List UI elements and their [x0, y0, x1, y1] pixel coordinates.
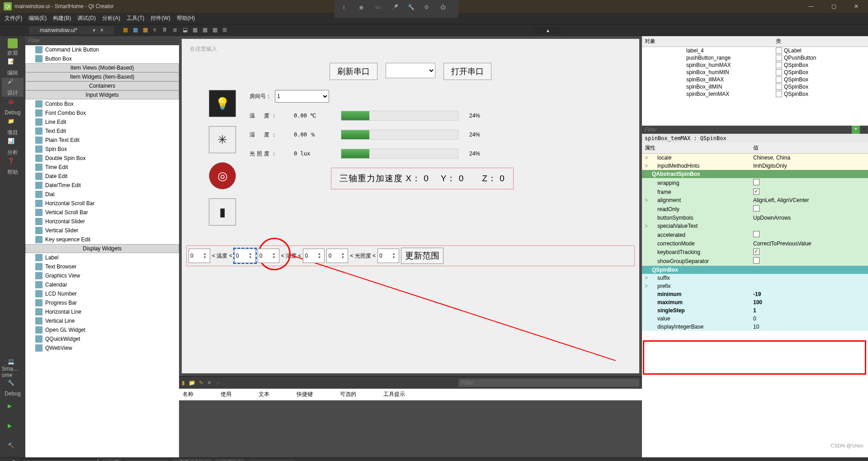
widget-group-header[interactable]: Containers: [25, 81, 179, 90]
widget-group-header[interactable]: Item Widgets (Item-Based): [25, 72, 179, 81]
mode-welcome[interactable]: 欢迎: [2, 38, 24, 57]
spinbox-tem-min[interactable]: 0▲▼: [189, 249, 210, 263]
remove-property-button[interactable]: −: [860, 126, 868, 134]
tool-icon[interactable]: ≣: [173, 27, 180, 34]
object-row[interactable]: label_4QLabel: [642, 47, 868, 54]
widget-item[interactable]: QQuickWidget: [25, 334, 179, 343]
panel-icon[interactable]: ✎: [199, 380, 203, 386]
tool-icon[interactable]: ▦: [133, 27, 140, 34]
widget-item[interactable]: Combo Box: [25, 99, 179, 108]
mode-help[interactable]: ❓帮助: [2, 157, 24, 176]
spinbox-ill-min[interactable]: 0▲▼: [326, 249, 348, 263]
widget-item[interactable]: Time Edit: [25, 163, 179, 172]
run-button[interactable]: ▶: [2, 399, 24, 418]
widget-group-header[interactable]: Input Widgets: [25, 90, 179, 99]
open-serial-button[interactable]: 打开串口: [443, 63, 491, 80]
mode-design[interactable]: 🖌设计: [2, 78, 24, 97]
object-row[interactable]: spinBox_illMINQSpinBox: [642, 83, 868, 90]
property-row[interactable]: displayIntegerBase10: [642, 323, 868, 331]
widget-item[interactable]: LCD Number: [25, 289, 179, 298]
widget-item[interactable]: Horizontal Slider: [25, 217, 179, 226]
kit-selector[interactable]: 💻Sma…ome: [2, 359, 24, 378]
close-button[interactable]: ✕: [848, 0, 864, 13]
panel-icon[interactable]: ▮: [182, 380, 185, 386]
widget-item[interactable]: Command Link Button: [25, 45, 179, 54]
property-row[interactable]: >prefix: [642, 282, 868, 290]
object-row[interactable]: spinBox_illMAXQSpinBox: [642, 76, 868, 83]
panel-icon[interactable]: ⟋: [215, 380, 221, 386]
widget-item[interactable]: Spin Box: [25, 145, 179, 154]
widget-item[interactable]: Date/Time Edit: [25, 181, 179, 190]
widget-item[interactable]: Text Browser: [25, 262, 179, 271]
tool-icon[interactable]: ≡: [153, 27, 160, 34]
build-config[interactable]: 🔧Debug: [2, 379, 24, 398]
status-appoutput[interactable]: 3 应用程序输出: [172, 459, 212, 461]
property-row[interactable]: minimum-19: [642, 290, 868, 298]
menu-debug[interactable]: 调试(D): [75, 13, 99, 24]
widget-item[interactable]: QWebView: [25, 343, 179, 353]
form-preview[interactable]: 在这里输入 刷新串口 打开串口 💡 ✳ ◎ ▮ 房间号： 1: [182, 39, 639, 373]
widget-item[interactable]: Double Spin Box: [25, 154, 179, 163]
power-icon[interactable]: ⏻: [440, 4, 450, 14]
menu-file[interactable]: 文件(F): [2, 13, 25, 24]
property-row[interactable]: QAbstractSpinBox: [642, 170, 868, 178]
status-issues[interactable]: 1 问题: [102, 459, 122, 461]
menu-analyze[interactable]: 分析(A): [99, 13, 123, 24]
widget-item[interactable]: Horizontal Line: [25, 307, 179, 316]
widget-item[interactable]: Label: [25, 253, 179, 262]
widget-item[interactable]: Font Combo Box: [25, 108, 179, 118]
room-select[interactable]: 1: [275, 90, 329, 103]
menu-widgets[interactable]: 控件(W): [148, 13, 173, 24]
property-row[interactable]: readOnly: [642, 204, 868, 214]
property-row[interactable]: >alignmentAlignLeft, AlignVCenter: [642, 196, 868, 204]
tool-icon[interactable]: ▦: [123, 27, 130, 34]
mode-debug[interactable]: 🐞Debug: [2, 98, 24, 117]
widget-item[interactable]: Line Edit: [25, 118, 179, 127]
signal-icon[interactable]: ⦀: [343, 4, 353, 14]
widget-item[interactable]: Vertical Line: [25, 316, 179, 325]
property-row[interactable]: maximum100: [642, 298, 868, 306]
tool-icon[interactable]: ▦: [193, 27, 200, 34]
menu-build[interactable]: 构建(B): [50, 13, 74, 24]
widget-group-header[interactable]: Display Widgets: [25, 244, 179, 253]
widget-group-header[interactable]: Item Views (Model-Based): [25, 63, 179, 72]
tab-close-button[interactable]: ×: [100, 27, 103, 33]
widget-item[interactable]: Progress Bar: [25, 298, 179, 307]
mode-edit[interactable]: 📝编辑: [2, 58, 24, 77]
property-row[interactable]: accelerated: [642, 230, 868, 240]
menu-help[interactable]: 帮助(H): [174, 13, 198, 24]
tool-icon[interactable]: Ⅲ: [163, 27, 170, 34]
property-row[interactable]: keyboardTracking: [642, 248, 868, 256]
wrench-icon[interactable]: 🔧: [408, 4, 418, 14]
spinbox-hum-max[interactable]: 0▲▼: [303, 249, 325, 263]
file-tab[interactable]: mainwindow.ui* ▾ ×: [29, 26, 114, 34]
property-filter-input[interactable]: [642, 126, 852, 134]
minimize-button[interactable]: —: [803, 0, 819, 13]
property-row[interactable]: buttonSymbolsUpDownArrows: [642, 214, 868, 222]
object-row[interactable]: spinBox_humMAXQSpinBox: [642, 61, 868, 69]
widget-item[interactable]: Dial: [25, 190, 179, 199]
mic-icon[interactable]: 🎤: [392, 4, 401, 14]
widget-item[interactable]: Horizontal Scroll Bar: [25, 199, 179, 208]
widget-item[interactable]: Key sequence Edit: [25, 235, 179, 244]
property-row[interactable]: value0: [642, 315, 868, 323]
gear-icon[interactable]: ⚙: [424, 4, 434, 14]
record-icon[interactable]: ◉: [359, 4, 369, 14]
locator-input[interactable]: [22, 459, 99, 461]
panel-icon[interactable]: 📁: [189, 380, 195, 386]
property-row[interactable]: singleStep1: [642, 306, 868, 315]
refresh-serial-button[interactable]: 刷新串口: [330, 63, 377, 80]
property-row[interactable]: frame: [642, 188, 868, 196]
tool-icon[interactable]: ▦: [143, 27, 150, 34]
widget-item[interactable]: Text Edit: [25, 127, 179, 136]
property-row[interactable]: >suffix: [642, 274, 868, 282]
tool-icon[interactable]: ▦: [203, 27, 210, 34]
tool-icon[interactable]: ⊞: [222, 27, 230, 34]
add-property-button[interactable]: +: [852, 126, 860, 134]
serial-combo[interactable]: [386, 63, 435, 78]
widget-item[interactable]: Vertical Scroll Bar: [25, 208, 179, 217]
object-row[interactable]: spinBox_humMINQSpinBox: [642, 69, 868, 76]
property-row[interactable]: QSpinBox: [642, 266, 868, 274]
property-row[interactable]: >specialValueText: [642, 222, 868, 230]
tool-icon[interactable]: ▦: [212, 27, 220, 34]
